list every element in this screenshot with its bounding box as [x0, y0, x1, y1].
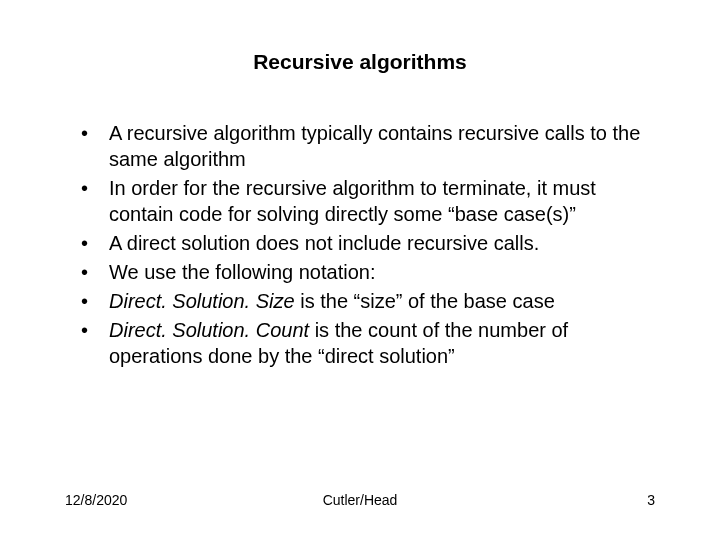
footer: 12/8/2020 Cutler/Head 3	[65, 492, 655, 508]
list-item: In order for the recursive algorithm to …	[65, 175, 655, 227]
bullet-text-post: is the “size” of the base case	[295, 290, 555, 312]
list-item: A recursive algorithm typically contains…	[65, 120, 655, 172]
footer-author: Cutler/Head	[65, 492, 655, 508]
list-item: A direct solution does not include recur…	[65, 230, 655, 256]
list-item: We use the following notation:	[65, 259, 655, 285]
bullet-text-post: A recursive algorithm typically contains…	[109, 122, 640, 170]
list-item: Direct. Solution. Count is the count of …	[65, 317, 655, 369]
list-item: Direct. Solution. Size is the “size” of …	[65, 288, 655, 314]
bullet-text-post: We use the following notation:	[109, 261, 375, 283]
bullet-text-em: Direct. Solution. Count	[109, 319, 309, 341]
bullet-text-em: Direct. Solution. Size	[109, 290, 295, 312]
bullet-text-post: A direct solution does not include recur…	[109, 232, 539, 254]
slide: Recursive algorithms A recursive algorit…	[0, 0, 720, 540]
slide-title: Recursive algorithms	[65, 50, 655, 74]
bullet-list: A recursive algorithm typically contains…	[65, 120, 655, 369]
bullet-text-post: In order for the recursive algorithm to …	[109, 177, 596, 225]
